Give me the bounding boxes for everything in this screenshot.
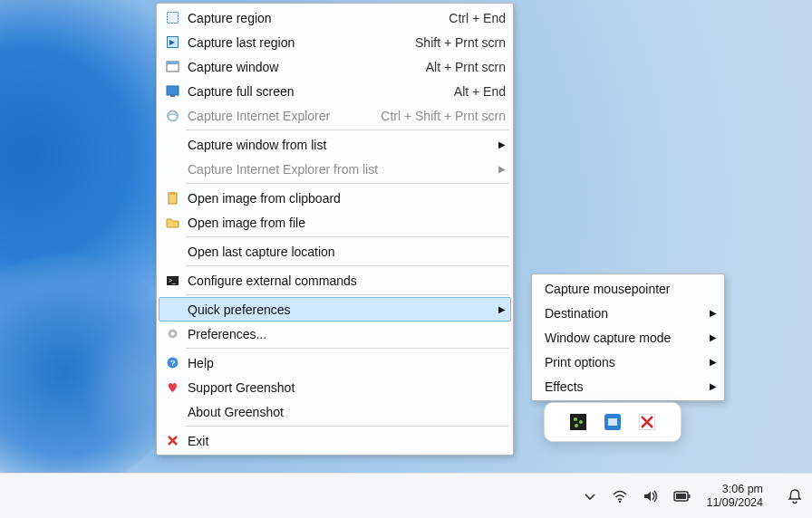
menu-separator (186, 236, 509, 237)
taskbar-clock[interactable]: 3:06 pm 11/09/2024 (706, 483, 763, 510)
window-icon (162, 60, 182, 73)
menu-capture-ie-from-list: Capture Internet Explorer from list ▶ (159, 157, 511, 181)
menu-label: Capture region (182, 11, 436, 25)
menu-capture-window-from-list[interactable]: Capture window from list ▶ (159, 132, 511, 157)
menu-accel: Ctrl + Shift + Prnt scrn (368, 109, 506, 123)
svg-rect-15 (570, 414, 586, 430)
folder-icon (162, 216, 182, 229)
menu-label: Capture window from list (182, 138, 493, 152)
svg-rect-0 (167, 13, 178, 24)
submenu-arrow-icon: ▶ (493, 140, 506, 149)
ie-icon (162, 109, 182, 122)
svg-point-16 (574, 417, 577, 421)
menu-label: Help (182, 356, 506, 370)
menu-separator (186, 183, 509, 184)
taskbar-systray: 3:06 pm 11/09/2024 (583, 483, 803, 510)
menu-label: Open last capture location (182, 245, 506, 259)
taskbar: 3:06 pm 11/09/2024 (0, 473, 812, 518)
svg-rect-25 (676, 494, 686, 499)
menu-capture-full-screen[interactable]: Capture full screen Alt + End (159, 79, 511, 103)
menu-label: Open image from clipboard (182, 191, 506, 206)
submenu-arrow-icon: ▶ (704, 358, 717, 367)
menu-capture-region[interactable]: Capture region Ctrl + End (159, 5, 511, 30)
submenu-print-options[interactable]: Print options ▶ (534, 350, 722, 374)
last-region-icon (162, 35, 182, 49)
menu-label: Capture Internet Explorer (182, 109, 368, 123)
menu-label: About Greenshot (182, 405, 506, 419)
menu-exit[interactable]: Exit (159, 428, 511, 453)
menu-accel: Alt + End (441, 84, 506, 99)
menu-label: Window capture mode (537, 331, 704, 345)
menu-about[interactable]: About Greenshot (159, 399, 511, 424)
menu-configure-external[interactable]: >_ Configure external commands (159, 268, 511, 293)
menu-preferences[interactable]: Preferences... (159, 321, 511, 346)
notifications-icon[interactable] (787, 488, 803, 504)
tray-icon-greenshot[interactable] (570, 414, 586, 430)
menu-open-clipboard[interactable]: Open image from clipboard (159, 186, 511, 210)
menu-separator (186, 294, 509, 295)
menu-label: Configure external commands (182, 273, 506, 288)
submenu-destination[interactable]: Destination ▶ (534, 301, 722, 325)
svg-rect-4 (167, 86, 179, 95)
menu-label: Effects (537, 379, 704, 394)
close-icon (162, 434, 182, 447)
submenu-arrow-icon: ▶ (493, 305, 506, 314)
menu-capture-ie: Capture Internet Explorer Ctrl + Shift +… (159, 103, 511, 128)
clipboard-icon (162, 191, 182, 205)
menu-capture-last-region[interactable]: Capture last region Shift + Prnt scrn (159, 30, 511, 54)
svg-rect-20 (608, 418, 617, 426)
clock-time: 3:06 pm (706, 483, 763, 496)
svg-rect-24 (689, 494, 691, 498)
menu-separator (186, 130, 509, 130)
svg-point-12 (170, 332, 174, 336)
svg-point-18 (575, 424, 578, 427)
submenu-arrow-icon: ▶ (493, 165, 506, 174)
menu-open-file[interactable]: Open image from file (159, 210, 511, 235)
svg-rect-3 (167, 62, 179, 64)
svg-point-17 (579, 420, 583, 424)
menu-label: Support Greenshot (182, 380, 506, 395)
terminal-icon: >_ (162, 273, 182, 287)
menu-accel: Alt + Prnt scrn (413, 60, 506, 74)
submenu-arrow-icon: ▶ (704, 333, 717, 342)
menu-label: Print options (537, 355, 704, 369)
submenu-effects[interactable]: Effects ▶ (534, 374, 722, 398)
region-icon (162, 11, 182, 24)
volume-icon[interactable] (643, 488, 659, 504)
menu-accel: Shift + Prnt scrn (402, 35, 506, 50)
menu-label: Capture window (182, 60, 413, 74)
svg-point-22 (619, 500, 621, 502)
gear-icon (162, 327, 182, 341)
svg-point-6 (168, 111, 178, 121)
quick-preferences-submenu: Capture mousepointer Destination ▶ Windo… (531, 273, 725, 401)
tray-overflow-popup (544, 402, 682, 442)
heart-icon (162, 380, 182, 394)
menu-open-last-location[interactable]: Open last capture location (159, 239, 511, 264)
tray-icon-app-blue[interactable] (604, 414, 621, 430)
menu-accel: Ctrl + End (436, 11, 506, 25)
tray-chevron-icon[interactable] (583, 489, 597, 504)
menu-help[interactable]: ? Help (159, 350, 511, 375)
wifi-icon[interactable] (612, 488, 628, 504)
help-icon: ? (162, 356, 182, 369)
menu-separator (186, 265, 509, 266)
menu-label: Destination (537, 306, 704, 321)
menu-label: Capture Internet Explorer from list (182, 162, 493, 177)
submenu-arrow-icon: ▶ (704, 309, 717, 318)
menu-separator (186, 426, 509, 427)
greenshot-tray-menu: Capture region Ctrl + End Capture last r… (156, 3, 514, 456)
menu-quick-preferences[interactable]: Quick preferences ▶ (159, 297, 511, 321)
menu-capture-window[interactable]: Capture window Alt + Prnt scrn (159, 54, 511, 79)
svg-text:>_: >_ (169, 277, 176, 284)
battery-icon[interactable] (673, 490, 691, 503)
submenu-window-capture-mode[interactable]: Window capture mode ▶ (534, 325, 722, 350)
menu-label: Capture last region (182, 35, 402, 50)
menu-label: Capture mousepointer (537, 282, 717, 296)
menu-label: Quick preferences (182, 302, 493, 317)
menu-support[interactable]: Support Greenshot (159, 375, 511, 399)
submenu-capture-mousepointer[interactable]: Capture mousepointer (534, 276, 722, 301)
tray-icon-app-red[interactable] (639, 414, 655, 430)
svg-text:?: ? (170, 359, 176, 368)
menu-label: Capture full screen (182, 84, 441, 99)
svg-rect-8 (170, 192, 175, 195)
